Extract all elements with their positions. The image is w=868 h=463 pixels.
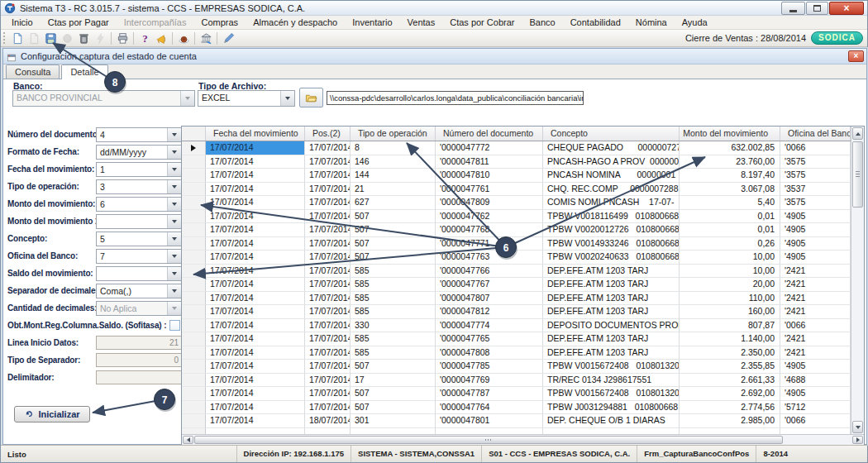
table-cell[interactable]: 0,01 <box>680 223 780 237</box>
table-cell[interactable]: '0000047807 <box>436 292 543 306</box>
table-cell[interactable]: DEP.EFE.ATM 1203 TARJ <box>543 265 680 279</box>
table-cell[interactable]: 17/07/2014 <box>206 292 305 306</box>
table-cell[interactable]: 20,00 <box>680 278 780 292</box>
table-cell[interactable]: 17/07/2014 <box>305 374 351 388</box>
menu-item-ayuda[interactable]: Ayuda <box>675 16 715 30</box>
table-cell[interactable]: 8.197,40 <box>680 169 780 183</box>
row-indicator[interactable] <box>182 319 206 333</box>
table-cell[interactable]: 507 <box>351 387 436 401</box>
table-cell[interactable]: TPBW V0020012726 010800668 <box>543 223 680 237</box>
table-cell[interactable]: 2.355,85 <box>680 360 780 374</box>
table-cell[interactable]: CHEQUE PAGADO 0000007279 <box>543 141 680 155</box>
scroll-up-button[interactable] <box>852 127 863 140</box>
table-cell[interactable]: '0000047808 <box>436 346 543 360</box>
row-indicator[interactable] <box>182 414 206 428</box>
table-cell[interactable]: 807,87 <box>680 319 780 333</box>
table-cell[interactable]: 17/07/2014 <box>206 265 305 279</box>
table-cell[interactable]: 17/07/2014 <box>305 141 351 155</box>
table-cell[interactable]: 585 <box>351 305 436 319</box>
table-cell[interactable]: 17 <box>351 374 436 388</box>
row-indicator[interactable] <box>182 265 206 279</box>
table-cell[interactable]: '0066 <box>780 414 851 428</box>
dropdown-concepto[interactable]: 5 <box>96 232 182 246</box>
table-cell[interactable]: 1.140,00 <box>680 332 780 346</box>
vertical-scrollbar[interactable] <box>851 126 864 434</box>
table-cell[interactable]: 507 <box>351 223 436 237</box>
table-cell[interactable]: DEP.EFE.ATM 1203 TARJ <box>543 305 680 319</box>
table-cell[interactable]: 17/07/2014 <box>206 346 305 360</box>
menu-item-inventario[interactable]: Inventario <box>345 16 399 30</box>
table-cell[interactable]: 160,00 <box>680 305 780 319</box>
row-indicator[interactable] <box>182 223 206 237</box>
row-indicator[interactable] <box>182 251 206 265</box>
save-icon[interactable] <box>42 31 59 46</box>
table-cell[interactable]: '5712 <box>780 401 851 415</box>
table-cell[interactable]: 17/07/2014 <box>305 360 351 374</box>
row-indicator[interactable] <box>182 305 206 319</box>
table-cell[interactable]: '0000047809 <box>436 196 543 210</box>
table-cell[interactable]: 632.002,85 <box>680 141 780 155</box>
table-cell[interactable]: 17/07/2014 <box>305 387 351 401</box>
table-cell[interactable]: '2421 <box>780 305 851 319</box>
row-indicator[interactable] <box>182 155 206 169</box>
table-cell[interactable]: '0000047772 <box>436 141 543 155</box>
column-header-concepto[interactable]: Concepto <box>543 126 680 141</box>
column-header-tipo-de-operacion[interactable]: Tipo de operación <box>351 126 436 141</box>
row-indicator[interactable] <box>182 196 206 210</box>
delete-icon[interactable] <box>75 31 92 46</box>
table-cell[interactable]: DEP.EFE.ATM 1203 TARJ <box>543 278 680 292</box>
table-cell[interactable]: TPBW J0031294881 010800668 <box>543 401 680 415</box>
table-cell[interactable]: '0000047769 <box>436 374 543 388</box>
row-indicator[interactable] <box>182 141 206 155</box>
menu-item-banco[interactable]: Banco <box>522 16 562 30</box>
table-cell[interactable]: 17/07/2014 <box>206 414 305 428</box>
table-cell[interactable]: DEP.EFE.ATM 1203 TARJ <box>543 292 680 306</box>
table-cell[interactable]: 17/07/2014 <box>206 210 305 224</box>
horizontal-scroll-thumb[interactable] <box>194 436 783 444</box>
menu-item-compras[interactable]: Compras <box>194 16 246 30</box>
table-cell[interactable]: 17/07/2014 <box>305 196 351 210</box>
checkbox-obt-mont-reg-columna-saldo-sofitasa[interactable] <box>169 320 180 331</box>
table-cell[interactable]: 17/07/2014 <box>206 141 305 155</box>
table-cell[interactable]: TR/REC 0134 J298617551 <box>543 374 680 388</box>
table-cell[interactable]: 17/07/2014 <box>305 305 351 319</box>
table-cell[interactable]: COMIS NOMI PNCASH 17-07- <box>543 196 680 210</box>
table-cell[interactable]: '4905 <box>780 223 851 237</box>
table-cell[interactable]: 17/07/2014 <box>206 169 305 183</box>
table-cell[interactable]: TPBW V0014933246 010800668 <box>543 237 680 251</box>
table-cell[interactable]: '2421 <box>780 265 851 279</box>
table-cell[interactable]: 17/07/2014 <box>305 346 351 360</box>
row-indicator[interactable] <box>182 169 206 183</box>
row-indicator[interactable] <box>182 210 206 224</box>
horizontal-scrollbar[interactable] <box>182 434 864 445</box>
table-cell[interactable]: 17/07/2014 <box>206 278 305 292</box>
row-indicator[interactable] <box>182 387 206 401</box>
table-cell[interactable]: 17/07/2014 <box>206 305 305 319</box>
restore-button[interactable] <box>806 2 828 15</box>
table-cell[interactable]: 17/07/2014 <box>206 401 305 415</box>
table-cell[interactable]: '0000047785 <box>436 360 543 374</box>
table-cell[interactable]: '4905 <box>780 237 851 251</box>
table-cell[interactable]: '2421 <box>780 292 851 306</box>
horn-icon[interactable] <box>153 31 169 46</box>
table-cell[interactable]: 585 <box>351 332 436 346</box>
table-cell[interactable]: '0000047810 <box>436 169 543 183</box>
table-cell[interactable]: 330 <box>351 319 436 333</box>
menu-item-almacen-y-despacho[interactable]: Almacén y despacho <box>246 16 345 30</box>
table-cell[interactable]: 10,00 <box>680 251 780 265</box>
table-cell[interactable]: 301 <box>351 414 436 428</box>
table-cell[interactable]: '3575 <box>780 155 851 169</box>
menu-item-inicio[interactable]: Inicio <box>4 16 41 30</box>
table-cell[interactable]: '4905 <box>780 387 851 401</box>
tab-detalle[interactable]: Detalle <box>61 64 107 79</box>
coffee-icon[interactable] <box>175 31 192 46</box>
table-cell[interactable]: 110,00 <box>680 292 780 306</box>
table-cell[interactable]: 146 <box>351 155 436 169</box>
table-cell[interactable]: '0000047765 <box>436 332 543 346</box>
row-indicator[interactable] <box>182 360 206 374</box>
table-cell[interactable]: 144 <box>351 169 436 183</box>
table-cell[interactable]: 2.350,00 <box>680 346 780 360</box>
table-cell[interactable]: '0000047771 <box>436 237 543 251</box>
table-cell[interactable]: 17/07/2014 <box>305 292 351 306</box>
browse-file-button[interactable] <box>299 88 323 107</box>
